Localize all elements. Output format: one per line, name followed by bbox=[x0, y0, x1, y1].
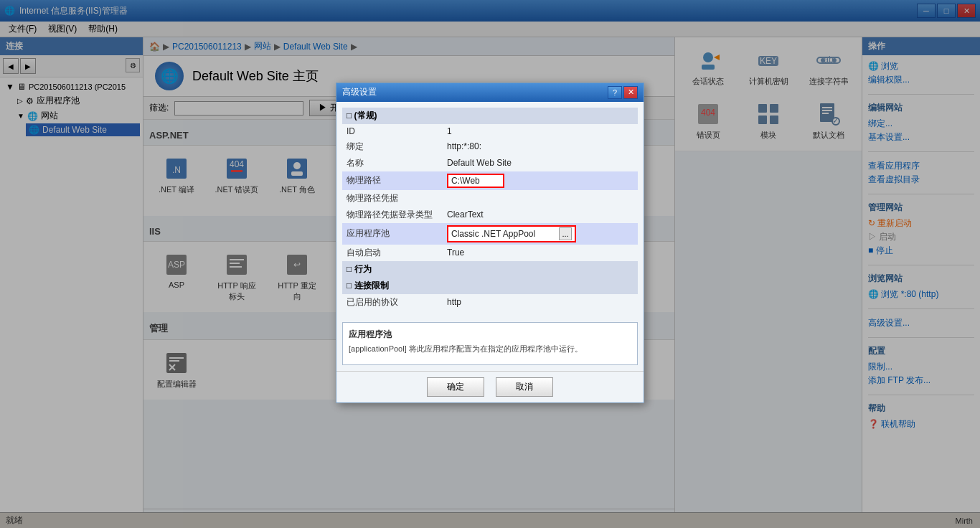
section-behavior-label: □ 行为 bbox=[342, 261, 638, 278]
section-general-label: □ (常规) bbox=[342, 108, 638, 124]
prop-value-phys-path: C:\Web bbox=[443, 171, 638, 190]
modal-footer: 确定 取消 bbox=[336, 371, 644, 402]
apppool-text: Classic .NET AppPool bbox=[451, 229, 535, 239]
prop-name-cred-type: 物理路径凭据登录类型 bbox=[342, 207, 443, 223]
modal-title-controls: ? ✕ bbox=[608, 86, 638, 99]
modal-help-btn[interactable]: ? bbox=[608, 86, 622, 99]
prop-name-phys-path: 物理路径 bbox=[342, 171, 443, 190]
modal-title: 高级设置 bbox=[342, 86, 377, 98]
modal-ok-btn[interactable]: 确定 bbox=[427, 377, 484, 397]
modal-section-conn-limit: □ 连接限制 bbox=[342, 278, 638, 294]
advanced-settings-dialog: 高级设置 ? ✕ □ (常规) ID 1 绑定 http:*:80: bbox=[336, 82, 644, 403]
modal-row-apppool: 应用程序池 Classic .NET AppPool ... bbox=[342, 223, 638, 245]
phys-path-value[interactable]: C:\Web bbox=[447, 174, 504, 188]
prop-name-id: ID bbox=[342, 124, 443, 138]
prop-name-apppool: 应用程序池 bbox=[342, 223, 443, 245]
modal-help-text: [applicationPool] 将此应用程序配置为在指定的应用程序池中运行。 bbox=[349, 344, 631, 354]
prop-value-name: Default Web Site bbox=[443, 155, 638, 171]
modal-section-behavior: □ 行为 bbox=[342, 261, 638, 278]
prop-name-name: 名称 bbox=[342, 155, 443, 171]
prop-value-protocol: http bbox=[443, 294, 638, 311]
modal-overlay: 高级设置 ? ✕ □ (常规) ID 1 绑定 http:*:80: bbox=[0, 0, 980, 528]
modal-help-title: 应用程序池 bbox=[349, 329, 631, 341]
modal-table: □ (常规) ID 1 绑定 http:*:80: 名称 Default Web… bbox=[342, 108, 638, 311]
prop-name-binding: 绑定 bbox=[342, 138, 443, 155]
modal-close-btn[interactable]: ✕ bbox=[623, 86, 638, 99]
prop-name-protocol: 已启用的协议 bbox=[342, 294, 443, 311]
prop-value-autostart: True bbox=[443, 245, 638, 261]
modal-title-bar: 高级设置 ? ✕ bbox=[336, 83, 644, 102]
modal-row-protocol: 已启用的协议 http bbox=[342, 294, 638, 311]
prop-value-cred-type: ClearText bbox=[443, 207, 638, 223]
modal-row-name: 名称 Default Web Site bbox=[342, 155, 638, 171]
modal-row-phys-path: 物理路径 C:\Web bbox=[342, 171, 638, 190]
section-conn-limit-label: □ 连接限制 bbox=[342, 278, 638, 294]
modal-row-cred-type: 物理路径凭据登录类型 ClearText bbox=[342, 207, 638, 223]
prop-name-cred: 物理路径凭据 bbox=[342, 190, 443, 207]
modal-row-binding: 绑定 http:*:80: bbox=[342, 138, 638, 155]
modal-body: □ (常规) ID 1 绑定 http:*:80: 名称 Default Web… bbox=[336, 102, 644, 316]
prop-name-autostart: 自动启动 bbox=[342, 245, 443, 261]
prop-value-apppool: Classic .NET AppPool ... bbox=[443, 223, 638, 245]
modal-row-autostart: 自动启动 True bbox=[342, 245, 638, 261]
apppool-browse-btn[interactable]: ... bbox=[559, 227, 572, 240]
modal-row-id: ID 1 bbox=[342, 124, 638, 138]
prop-value-cred bbox=[443, 190, 638, 207]
modal-help-area: 应用程序池 [applicationPool] 将此应用程序配置为在指定的应用程… bbox=[342, 322, 638, 365]
prop-value-id: 1 bbox=[443, 124, 638, 138]
modal-cancel-btn[interactable]: 取消 bbox=[496, 377, 553, 397]
apppool-value[interactable]: Classic .NET AppPool ... bbox=[447, 225, 576, 242]
modal-row-cred: 物理路径凭据 bbox=[342, 190, 638, 207]
prop-value-binding: http:*:80: bbox=[443, 138, 638, 155]
modal-section-general: □ (常规) bbox=[342, 108, 638, 124]
